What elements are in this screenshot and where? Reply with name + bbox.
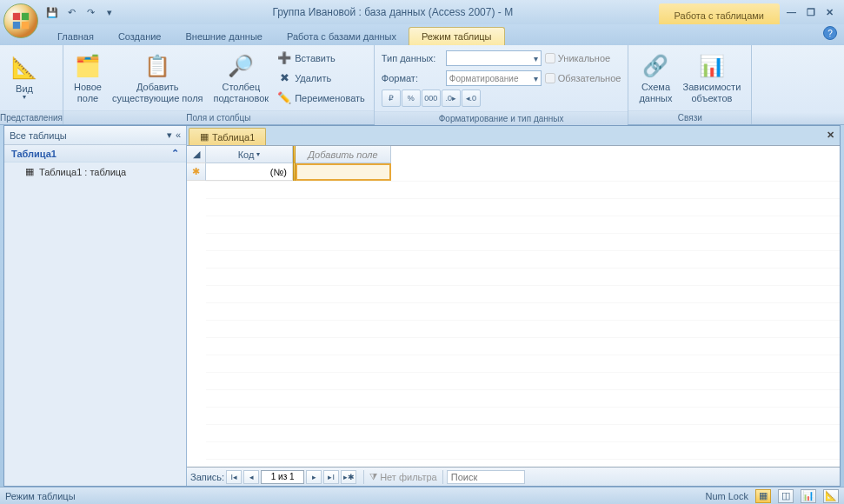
datatype-combo[interactable] [446, 50, 542, 66]
redo-icon[interactable]: ↷ [82, 3, 99, 21]
svg-rect-2 [13, 22, 20, 29]
unique-checkbox[interactable]: Уникальное [545, 53, 610, 63]
maximize-button[interactable]: ❐ [807, 7, 815, 18]
document-area: ▦ Таблица1 ✕ ◢ Код Добавить поле ✱ (№) З… [187, 126, 840, 486]
dependencies-label: Зависимости объектов [683, 82, 741, 103]
prev-record-button[interactable]: ◂ [243, 470, 259, 484]
table-icon: ▦ [200, 131, 209, 143]
format-combo[interactable]: Форматирование [446, 70, 542, 86]
pivot-view-shortcut[interactable]: ◫ [778, 489, 794, 503]
row-selector-new[interactable]: ✱ [187, 163, 206, 181]
nav-pane-header[interactable]: Все таблицы ▾« [4, 126, 186, 145]
minimize-button[interactable]: — [787, 7, 796, 18]
select-all-cell[interactable]: ◢ [187, 146, 206, 163]
table-icon: ▦ [25, 166, 34, 177]
nav-collapse-icon[interactable]: « [176, 129, 181, 141]
nav-item-table1[interactable]: ▦ Таблица1 : таблица [4, 162, 186, 181]
tab-external-data[interactable]: Внешние данные [174, 28, 275, 45]
nav-dropdown-icon[interactable]: ▾ [167, 129, 172, 141]
ribbon: 📐 Вид ▾ Представления 🗂️ Новое поле 📋 До… [0, 45, 844, 125]
svg-rect-1 [22, 13, 29, 20]
increase-decimals-button[interactable]: .0▸ [442, 90, 461, 107]
add-existing-label: Добавить существующие поля [112, 82, 203, 103]
group-formatting: Тип данных: Уникальное Формат: Форматиро… [375, 45, 629, 124]
numlock-indicator: Num Lock [705, 491, 748, 501]
navigation-pane: Все таблицы ▾« Таблица1 ⌃ ▦ Таблица1 : т… [4, 126, 187, 486]
tab-home[interactable]: Главная [45, 28, 106, 45]
tab-create[interactable]: Создание [106, 28, 174, 45]
record-position-input[interactable] [261, 470, 304, 484]
rename-button[interactable]: ✏️Переименовать [274, 89, 369, 108]
office-button[interactable] [3, 3, 38, 38]
view-button[interactable]: 📐 Вид ▾ [5, 49, 43, 108]
tab-datasheet[interactable]: Режим таблицы [409, 27, 505, 45]
close-button[interactable]: ✕ [826, 7, 834, 18]
last-record-button[interactable]: ▸I [323, 470, 339, 484]
first-record-button[interactable]: I◂ [226, 470, 242, 484]
status-bar: Режим таблицы Num Lock ▦ ◫ 📊 📐 [0, 487, 844, 504]
group-relationships: 🔗 Схема данных 📊 Зависимости объектов Св… [628, 45, 752, 124]
format-label: Формат: [382, 73, 442, 83]
nav-group-header[interactable]: Таблица1 ⌃ [4, 145, 186, 162]
new-field-label: Новое поле [74, 82, 102, 103]
tab-database-tools[interactable]: Работа с базами данных [275, 28, 409, 45]
document-tabs: ▦ Таблица1 ✕ [187, 126, 840, 145]
group-fields-label: Поля и столбцы [63, 110, 374, 124]
percent-format-button[interactable]: % [402, 90, 421, 107]
datasheet-view-shortcut[interactable]: ▦ [755, 489, 771, 503]
group-views-label: Представления [0, 110, 63, 124]
design-view-shortcut[interactable]: 📐 [823, 489, 839, 503]
insert-button[interactable]: ➕Вставить [274, 49, 369, 68]
thousands-format-button[interactable]: 000 [422, 90, 441, 107]
qat-customize-icon[interactable]: ▾ [101, 3, 118, 21]
help-button[interactable]: ? [823, 26, 837, 40]
add-existing-fields-button[interactable]: 📋 Добавить существующие поля [107, 49, 209, 108]
add-existing-icon: 📋 [144, 52, 170, 80]
search-input[interactable] [447, 470, 525, 484]
rename-icon: ✏️ [277, 91, 291, 105]
status-mode: Режим таблицы [5, 491, 76, 501]
datasheet-view-icon: 📐 [11, 54, 37, 82]
contextual-tab-group: Работа с таблицами [659, 3, 780, 24]
record-label: Запись: [190, 472, 224, 482]
decrease-decimals-button[interactable]: ◂.0 [462, 90, 481, 107]
delete-button[interactable]: ✖Удалить [274, 69, 369, 88]
cell-id-new[interactable]: (№) [206, 163, 293, 181]
content-area: Все таблицы ▾« Таблица1 ⌃ ▦ Таблица1 : т… [3, 125, 841, 487]
lookup-label: Столбец подстановок [214, 82, 269, 103]
add-field-column[interactable]: Добавить поле [296, 146, 391, 163]
filter-indicator[interactable]: ⧩Нет фильтра [363, 470, 443, 484]
doc-tab-table1[interactable]: ▦ Таблица1 [189, 128, 266, 145]
next-record-button[interactable]: ▸ [306, 470, 322, 484]
ribbon-tabs: Главная Создание Внешние данные Работа с… [0, 24, 844, 45]
new-field-icon: 🗂️ [75, 52, 101, 80]
object-dependencies-button[interactable]: 📊 Зависимости объектов [678, 49, 747, 108]
save-icon[interactable]: 💾 [43, 3, 61, 21]
quick-access-toolbar: 💾 ↶ ↷ ▾ [43, 3, 118, 21]
close-document-button[interactable]: ✕ [827, 129, 834, 141]
group-fields-columns: 🗂️ Новое поле 📋 Добавить существующие по… [63, 45, 375, 124]
undo-icon[interactable]: ↶ [63, 3, 80, 21]
insert-icon: ➕ [277, 51, 291, 65]
collapse-group-icon[interactable]: ⌃ [171, 148, 179, 159]
lookup-column-button[interactable]: 🔎 Столбец подстановок [209, 49, 275, 108]
datasheet[interactable]: ◢ Код Добавить поле ✱ (№) [187, 145, 840, 467]
record-navigator: Запись: I◂ ◂ ▸ ▸I ▸✱ ⧩Нет фильтра [187, 467, 840, 486]
new-record-button[interactable]: ▸✱ [341, 470, 356, 484]
column-header-id[interactable]: Код [206, 146, 293, 163]
datatype-label: Тип данных: [382, 53, 442, 63]
chart-view-shortcut[interactable]: 📊 [801, 489, 816, 503]
new-field-button[interactable]: 🗂️ Новое поле [69, 49, 107, 108]
lookup-icon: 🔎 [228, 52, 254, 80]
window-controls: — ❐ ✕ [780, 7, 841, 18]
delete-icon: ✖ [277, 71, 291, 85]
relationships-label: Схема данных [639, 82, 672, 103]
currency-format-button[interactable]: ₽ [382, 90, 401, 107]
relationships-button[interactable]: 🔗 Схема данных [634, 49, 677, 108]
title-bar: 💾 ↶ ↷ ▾ Группа Ивановой : база данных (A… [0, 0, 844, 24]
grid-background [206, 181, 840, 467]
active-cell[interactable] [296, 163, 391, 181]
group-views: 📐 Вид ▾ Представления [0, 45, 63, 124]
required-checkbox[interactable]: Обязательное [545, 73, 621, 83]
dependencies-icon: 📊 [699, 52, 725, 80]
